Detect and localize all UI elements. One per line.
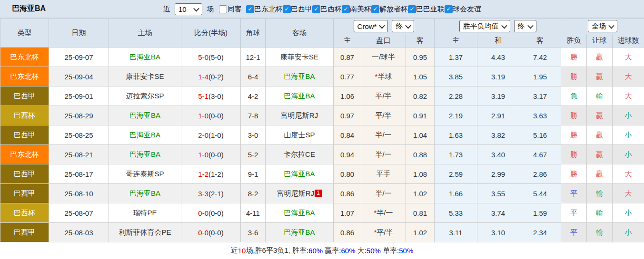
ah-home-odds-cell: 0.84 <box>334 125 361 145</box>
league-filter-label[interactable]: 巴巴亚联 <box>416 5 445 14</box>
score-cell: 3-3(2-1) <box>181 184 241 203</box>
ah-home-odds-cell: 0.86 <box>334 223 361 242</box>
result-wdl: 勝 <box>570 111 577 119</box>
result-wdl: 勝 <box>570 53 577 61</box>
checkbox-checked-icon[interactable]: ✓ <box>408 5 416 13</box>
eu-away-odds-cell: 1.59 <box>519 203 561 223</box>
away-team-name: 富明尼斯RJ <box>281 111 318 119</box>
league-filter-item[interactable]: ✓ 球会友谊 <box>445 5 481 14</box>
date-cell: 25-09-01 <box>49 86 109 106</box>
fulltime-score: 1-0 <box>198 151 208 159</box>
eu-home-odds-cell: 3.85 <box>435 67 477 86</box>
ah-home-odds-cell: 1.07 <box>334 203 361 223</box>
table-row: 巴西甲 25-08-25 巴海亚BA 2-0(1-0) 3-0 山度士SP 0.… <box>0 125 644 145</box>
europe-odds-group-header: 胜平负均值 终 <box>435 19 561 34</box>
league-filter-label[interactable]: 南美杯 <box>350 5 371 14</box>
table-row: 巴西杯 25-08-29 巴海亚BA 1-0(0-0) 7-8 富明尼斯RJ 0… <box>0 106 644 125</box>
league-filter-label[interactable]: 巴东北杯 <box>254 5 283 14</box>
fulltime-score: 1-0 <box>198 112 208 120</box>
league-filter-item[interactable]: ✓ 解放者杯 <box>371 5 408 14</box>
league-cell: 巴西甲 <box>0 164 49 184</box>
same-opponent-label[interactable]: 同客 <box>228 5 242 14</box>
subheader-eu-away: 客 <box>519 34 561 48</box>
ah-home-odds-cell: 0.97 <box>334 106 361 125</box>
checkbox-checked-icon[interactable]: ✓ <box>283 5 291 13</box>
away-team-name: 康菲安卡SE <box>280 53 318 61</box>
europe-time-select[interactable]: 终 <box>514 20 536 32</box>
ah-home-odds-cell: 0.87 <box>334 48 361 67</box>
eu-home-odds-cell: 1.73 <box>435 145 477 164</box>
home-team-cell: 巴海亚BA <box>109 184 181 203</box>
checkbox-checked-icon[interactable]: ✓ <box>342 5 350 13</box>
score-cell: 5-1(3-0) <box>181 86 241 106</box>
checkbox-checked-icon[interactable]: ✓ <box>445 5 453 13</box>
corners-cell: 3-6 <box>241 223 266 242</box>
away-team-name: 巴海亚BA <box>284 170 315 178</box>
eu-draw-odds-cell: 3.10 <box>477 223 519 242</box>
league-filter-item[interactable]: ✓ 巴西甲 <box>283 5 312 14</box>
away-team-cell: 富明尼斯RJ1 <box>266 184 334 203</box>
league-filter-item[interactable]: ✓ 巴东北杯 <box>246 5 283 14</box>
away-team-cell: 卡尔拉CE <box>266 145 334 164</box>
match-count-select[interactable]: 10 <box>175 3 202 15</box>
halftime-score: (0-0) <box>208 151 224 159</box>
result-goals: 小 <box>625 150 632 158</box>
handicap-time-select[interactable]: 终 <box>392 20 414 32</box>
league-filter-item[interactable]: ✓ 巴西杯 <box>312 5 342 14</box>
result-goals-cell: 小 <box>613 203 644 223</box>
ah-home-odds-cell: 1.06 <box>334 86 361 106</box>
fulltime-score: 0-0 <box>198 209 208 217</box>
home-team-cell: 迈拉索尔SP <box>109 86 181 106</box>
match-count-value: 10 <box>178 5 187 13</box>
ah-line-text: 半/一 <box>375 131 391 139</box>
over-rate-value: 50% <box>367 247 381 255</box>
ah-home-odds-cell: 0.80 <box>334 164 361 184</box>
home-team-cell: 瑞特PE <box>109 203 181 223</box>
eu-draw-odds-cell: 3.40 <box>477 145 519 164</box>
league-filter-label[interactable]: 巴西杯 <box>320 5 342 14</box>
league-filter-label[interactable]: 解放者杯 <box>379 5 408 14</box>
result-handicap-cell: 贏 <box>587 125 613 145</box>
subheader-result-wdl: 胜负 <box>561 34 587 48</box>
league-cell: 巴西杯 <box>0 203 49 223</box>
league-filter-item[interactable]: ✓ 南美杯 <box>342 5 371 14</box>
league-filter-item[interactable]: ✓ 巴巴亚联 <box>408 5 445 14</box>
europe-odds-type-value: 胜平负均值 <box>463 22 499 31</box>
date-cell: 25-08-10 <box>49 184 109 203</box>
score-cell: 1-4(0-2) <box>181 67 241 86</box>
ah-away-odds-cell: 1.04 <box>406 125 435 145</box>
europe-odds-type-select[interactable]: 胜平负均值 <box>459 20 510 32</box>
scope-select[interactable]: 全场 <box>588 20 617 32</box>
result-handicap-cell: 贏 <box>587 67 613 86</box>
away-team-cell: 富明尼斯RJ <box>266 106 334 125</box>
away-team-cell: 巴海亚BA <box>266 67 334 86</box>
eu-away-odds-cell: 1.95 <box>519 67 561 86</box>
win-rate-value: 60% <box>308 247 323 255</box>
result-wdl-cell: 勝 <box>561 48 587 67</box>
result-handicap: 贏 <box>596 131 603 139</box>
bookmaker-select[interactable]: Crow* <box>354 20 388 32</box>
table-row: 巴西甲 25-08-03 利斯菲体育会PE 0-0(0-0) 3-6 巴海亚BA… <box>0 223 644 242</box>
league-filter-label[interactable]: 巴西甲 <box>291 5 312 14</box>
checkbox-checked-icon[interactable]: ✓ <box>371 5 379 13</box>
league-filter-label[interactable]: 球会友谊 <box>453 5 481 14</box>
ah-home-odds-cell: 0.86 <box>334 184 361 203</box>
date-cell: 25-08-25 <box>49 125 109 145</box>
league-cell: 巴西甲 <box>0 184 49 203</box>
checkbox-checked-icon[interactable]: ✓ <box>312 5 320 13</box>
corners-cell: 3-0 <box>241 125 266 145</box>
league-cell: 巴东北杯 <box>0 48 49 67</box>
handicap-rate-value: 60% <box>341 247 355 255</box>
corners-cell: 8-2 <box>241 184 266 203</box>
subheader-ah-home: 主 <box>334 34 361 48</box>
eu-away-odds-cell: 4.67 <box>519 145 561 164</box>
corners-cell: 4-11 <box>241 203 266 223</box>
ah-line-text: 半/一 <box>375 150 391 158</box>
home-team-cell: 巴海亚BA <box>109 125 181 145</box>
away-team-name: 巴海亚BA <box>284 92 315 100</box>
ah-line-text: 平/半 <box>375 111 391 119</box>
table-row: 巴西甲 25-08-10 巴海亚BA 3-3(2-1) 8-2 富明尼斯RJ1 … <box>0 184 644 203</box>
checkbox-checked-icon[interactable]: ✓ <box>246 5 254 13</box>
ah-line-cell: 平/半 <box>361 86 406 106</box>
same-opponent-checkbox[interactable] <box>219 5 227 13</box>
